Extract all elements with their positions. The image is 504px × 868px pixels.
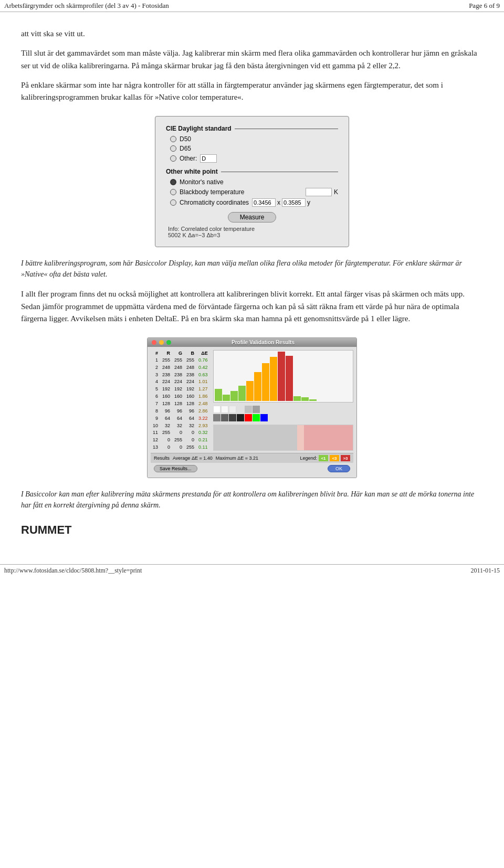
table-row-11: 11255000.32 xyxy=(151,429,210,436)
swatch-g160 xyxy=(253,406,260,413)
radio-label-chromaticity: Chromaticity coordinates xyxy=(180,199,249,206)
swatch-g64 xyxy=(229,414,236,421)
bar-9 xyxy=(278,352,285,401)
main-content: att vitt ska se vitt ut. Till slut är de… xyxy=(0,12,504,554)
legend-item-2: <3 xyxy=(330,455,339,461)
measure-button[interactable]: Measure xyxy=(228,212,277,223)
table-cell-r4-c5: 1.01 xyxy=(196,378,210,386)
page-number: Page 6 of 9 xyxy=(469,2,500,10)
table-row-8: 89696962.86 xyxy=(151,407,210,415)
paragraph-5: I allt fler program finns det nu också m… xyxy=(21,288,483,325)
white-point-divider-line xyxy=(221,172,338,172)
table-cell-r10-c5: 2.93 xyxy=(196,422,210,429)
bar-6 xyxy=(254,372,261,401)
table-cell-r1-c3: 255 xyxy=(172,356,184,364)
white-point-section-label: Other white point xyxy=(166,168,338,175)
swatch-g224 xyxy=(237,406,244,413)
bar-3 xyxy=(230,391,238,401)
swatch-area xyxy=(213,406,353,421)
table-cell-r4-c4: 224 xyxy=(184,378,196,386)
swatch-g248 xyxy=(221,406,228,413)
table-cell-r9-c1: 9 xyxy=(151,415,160,422)
legend-item-3: >3 xyxy=(341,455,350,461)
bar-2 xyxy=(223,395,230,401)
radio-other: Other: xyxy=(166,154,338,163)
radio-circle-d65 xyxy=(170,145,176,152)
table-cell-r5-c1: 5 xyxy=(151,385,160,393)
other-value-input[interactable] xyxy=(200,154,217,163)
validation-screenshot: Profile Validation Results # R G B ΔE xyxy=(147,337,357,478)
ok-button[interactable]: OK xyxy=(328,465,350,472)
bar-chart xyxy=(213,350,353,403)
table-cell-r8-c1: 8 xyxy=(151,407,160,415)
radio-label-other: Other: xyxy=(180,155,197,162)
table-cell-r13-c3: 0 xyxy=(172,443,184,451)
bar-1 xyxy=(215,389,222,401)
table-row-12: 12025500.21 xyxy=(151,436,210,443)
table-cell-r8-c2: 96 xyxy=(160,407,172,415)
table-cell-r7-c3: 128 xyxy=(172,400,184,407)
footer-bar: http://www.fotosidan.se/cldoc/5808.htm?_… xyxy=(0,564,504,577)
table-row-1: 12552552550.76 xyxy=(151,356,210,364)
table-cell-r12-c4: 0 xyxy=(184,436,196,443)
legend-area: Legend: <1 <3 >3 xyxy=(300,455,350,461)
bar-13 xyxy=(309,399,317,401)
validation-screenshot-container: Profile Validation Results # R G B ΔE xyxy=(21,337,483,478)
table-cell-r8-c5: 2.86 xyxy=(196,407,210,415)
table-cell-r12-c2: 0 xyxy=(160,436,172,443)
table-row-5: 51921921921.27 xyxy=(151,385,210,393)
table-cell-r4-c3: 224 xyxy=(172,378,184,386)
swatch-g96 xyxy=(221,414,228,421)
bar-5 xyxy=(246,381,254,401)
table-cell-r5-c2: 192 xyxy=(160,385,172,393)
table-cell-r11-c5: 0.32 xyxy=(196,429,210,436)
table-cell-r7-c2: 128 xyxy=(160,400,172,407)
table-cell-r12-c5: 0.21 xyxy=(196,436,210,443)
footer-date: 2011-01-15 xyxy=(470,567,500,575)
col-header-num: # xyxy=(151,350,160,356)
results-label: Results xyxy=(154,456,170,461)
table-cell-r10-c4: 32 xyxy=(184,422,196,429)
chromaticity-x-input[interactable] xyxy=(252,198,276,207)
table-cell-r2-c2: 248 xyxy=(160,364,172,371)
radio-chromaticity: Chromaticity coordinates x y xyxy=(166,198,338,207)
radio-circle-other xyxy=(170,155,176,162)
swatch-g128 xyxy=(213,414,220,421)
screenshot-body: # R G B ΔE 12552552550.7622482482480.423… xyxy=(148,347,356,478)
pink-block xyxy=(304,425,353,450)
chromaticity-y-input[interactable] xyxy=(282,198,306,207)
table-row-4: 42242242241.01 xyxy=(151,378,210,386)
save-results-button[interactable]: Save Results... xyxy=(154,465,197,472)
table-cell-r13-c4: 255 xyxy=(184,443,196,451)
swatch-white xyxy=(213,406,220,413)
radio-blackbody: Blackbody temperature K xyxy=(166,188,338,196)
blackbody-temp-input[interactable] xyxy=(306,188,332,196)
heading-rummet: RUMMET xyxy=(21,523,483,537)
col-header-b: B xyxy=(184,350,196,356)
table-area: # R G B ΔE 12552552550.7622482482480.423… xyxy=(151,350,353,451)
table-cell-r4-c2: 224 xyxy=(160,378,172,386)
cie-section-label: CIE Daylight standard xyxy=(166,125,338,132)
blackbody-k-label: K xyxy=(334,188,338,196)
table-row-9: 96464643.22 xyxy=(151,415,210,422)
page-title: Arbetsfärgrymder och skärmprofiler (del … xyxy=(4,2,169,10)
swatch-green xyxy=(253,414,260,421)
titlebar-label: Profile Validation Results xyxy=(174,340,352,345)
table-row-6: 61601601601.86 xyxy=(151,393,210,400)
swatch-red xyxy=(245,414,252,421)
paragraph-1: att vitt ska se vitt ut. xyxy=(21,28,483,40)
section-divider-line xyxy=(235,129,338,129)
chart-section xyxy=(213,350,353,451)
table-cell-r9-c3: 64 xyxy=(172,415,184,422)
table-cell-r9-c4: 64 xyxy=(184,415,196,422)
swatch-g32 xyxy=(237,414,244,421)
maximum-de: Maximum ΔE = 3.21 xyxy=(216,456,258,461)
results-area: Results Average ΔE = 1.40 Maximum ΔE = 3… xyxy=(151,453,353,463)
table-cell-r11-c1: 11 xyxy=(151,429,160,436)
average-de: Average ΔE = 1.40 xyxy=(173,456,213,461)
table-cell-r6-c3: 160 xyxy=(172,393,184,400)
table-cell-r2-c3: 248 xyxy=(172,364,184,371)
table-cell-r3-c2: 238 xyxy=(160,371,172,378)
table-row-3: 32382382380.63 xyxy=(151,371,210,378)
table-cell-r2-c1: 2 xyxy=(151,364,160,371)
